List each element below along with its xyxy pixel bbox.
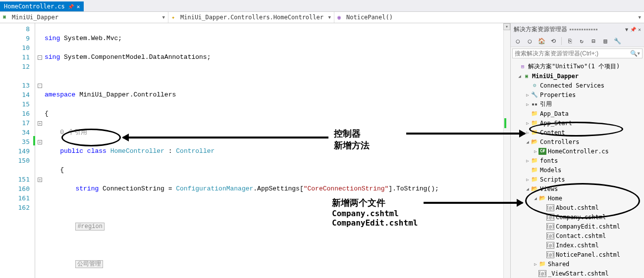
navigation-dropdowns: ▣ MiniUi_Dapper ▼ ✦ MiniUi_Dapper.Contro… <box>0 12 644 23</box>
solution-explorer: 解决方案资源管理器 ▪▪▪▪▪▪▪▪▪▪▪▪ ▼ 📌 ✕ ◯ ◯ 🏠 ⟲ ⎘ ↻… <box>510 23 644 278</box>
chevron-down-icon: ▼ <box>162 15 165 20</box>
fold-toggle[interactable]: - <box>38 55 42 60</box>
expand-icon[interactable]: ▷ <box>525 102 531 107</box>
fold-toggle[interactable]: - <box>38 84 42 88</box>
home-icon[interactable]: 🏠 <box>537 37 545 45</box>
chevron-down-icon: ▼ <box>639 15 641 20</box>
expand-icon[interactable]: ▷ <box>533 262 538 267</box>
member-dropdown[interactable]: ◉ NoticePanel() ▼ <box>334 12 644 23</box>
toggle-icon[interactable]: ⎘ <box>566 37 574 45</box>
method-icon: ◉ <box>337 14 344 21</box>
project-dropdown[interactable]: ▣ MiniUi_Dapper ▼ <box>0 12 168 23</box>
folder-icon: 📁 <box>531 120 538 127</box>
tree-folder-fonts[interactable]: ▷📁fonts <box>511 156 644 165</box>
cshtml-icon: [@] <box>546 214 554 221</box>
showall-icon[interactable]: ▤ <box>601 37 609 45</box>
folder-icon: 📁 <box>531 176 538 183</box>
tab-homecontroller[interactable]: HomeController.cs 📌 ✕ <box>0 1 84 11</box>
csproj-icon: ▣ <box>523 73 531 80</box>
expand-icon[interactable]: ◢ <box>517 74 523 79</box>
cshtml-icon: [@] <box>546 204 554 211</box>
tree-file-noticepanel[interactable]: [@]NoticePanel.cshtml <box>511 250 644 259</box>
tree-file-about[interactable]: [@]About.cshtml <box>511 203 644 212</box>
chevron-down-icon[interactable]: ▼ <box>638 51 640 56</box>
tree-folder-home[interactable]: ◢📂Home <box>511 193 644 203</box>
folder-icon: 📁 <box>531 167 538 174</box>
project-node[interactable]: ◢▣MiniUi_Dapper <box>511 71 644 81</box>
tree-folder-views[interactable]: ◢📂Views <box>511 184 644 193</box>
project-icon: ▣ <box>3 14 10 21</box>
code-editor[interactable]: 8 9 10 11 12 13 14 15 16 17 34 35 149 15… <box>0 23 510 278</box>
fold-toggle[interactable]: + <box>38 140 42 144</box>
tab-title: HomeController.cs <box>4 3 65 10</box>
properties-icon[interactable]: 🔧 <box>613 37 621 45</box>
class-name: MiniUi_Dapper.Controllers.HomeController <box>180 14 323 21</box>
expand-icon[interactable]: ▷ <box>525 121 531 126</box>
tree-folder-models[interactable]: 📁Models <box>511 165 644 175</box>
scroll-split-icon[interactable]: ▾ <box>503 23 510 30</box>
search-input[interactable] <box>515 50 630 57</box>
folder-icon: 📂 <box>531 185 538 192</box>
close-icon[interactable]: ✕ <box>638 27 641 32</box>
expand-icon[interactable]: ◢ <box>533 196 538 201</box>
search-icon[interactable]: 🔍 <box>630 50 638 57</box>
fold-toggle[interactable]: + <box>38 178 42 182</box>
tree-folder-controllers[interactable]: ◢📂Controllers <box>511 137 644 146</box>
document-tabbar: HomeController.cs 📌 ✕ <box>0 0 644 12</box>
cshtml-icon: [@] <box>546 251 554 258</box>
solexp-toolbar: ◯ ◯ 🏠 ⟲ ⎘ ↻ ⊟ ▤ 🔧 <box>511 36 644 47</box>
region-collapsed[interactable]: #region <box>75 223 104 231</box>
sync-icon[interactable]: ⟲ <box>549 37 557 45</box>
line-number-gutter: 8 9 10 11 12 13 14 15 16 17 34 35 149 15… <box>0 23 35 278</box>
code-content[interactable]: sing System.Web.Mvc; sing System.Compone… <box>45 23 510 278</box>
cs-file-icon: C# <box>538 148 546 155</box>
collapse-icon[interactable]: ⊟ <box>590 37 597 45</box>
chevron-down-icon: ▼ <box>328 15 331 20</box>
solexp-titlebar[interactable]: 解决方案资源管理器 ▪▪▪▪▪▪▪▪▪▪▪▪ ▼ 📌 ✕ <box>511 23 644 36</box>
cshtml-icon: [@] <box>538 270 546 277</box>
solution-tree[interactable]: ⊞解决方案"UnitiTwo"(1 个项目) ◢▣MiniUi_Dapper ⚙… <box>511 60 644 278</box>
expand-icon[interactable]: ▷ <box>525 158 531 163</box>
class-dropdown[interactable]: ✦ MiniUi_Dapper.Controllers.HomeControll… <box>168 12 334 23</box>
pin-icon[interactable]: 📌 <box>68 4 74 9</box>
expand-icon[interactable]: ▷ <box>525 130 531 135</box>
tree-file-homecontroller[interactable]: ▷C#HomeController.cs <box>511 146 644 156</box>
refresh-icon[interactable]: ↻ <box>578 37 586 45</box>
tree-folder-shared[interactable]: ▷📁Shared <box>511 259 644 269</box>
cshtml-icon: [@] <box>546 223 554 230</box>
tree-item-references[interactable]: ▷▪▪引用 <box>511 99 644 109</box>
expand-icon[interactable]: ◢ <box>525 186 531 191</box>
tree-file-index[interactable]: [@]Index.cshtml <box>511 240 644 250</box>
references-icon: ▪▪ <box>531 101 538 108</box>
tree-item-connected[interactable]: ⚙Connected Services <box>511 81 644 90</box>
folder-icon: 📁 <box>531 110 538 117</box>
solution-node[interactable]: ⊞解决方案"UnitiTwo"(1 个项目) <box>511 62 644 71</box>
solution-icon: ⊞ <box>519 63 527 70</box>
forward-icon[interactable]: ◯ <box>526 37 534 45</box>
pin-icon[interactable]: 📌 <box>630 27 636 32</box>
tree-folder-content[interactable]: ▷📁Content <box>511 128 644 137</box>
project-name: MiniUi_Dapper <box>12 14 58 21</box>
expand-icon[interactable]: ◢ <box>525 139 531 144</box>
tree-folder-appstart[interactable]: ▷📁App_Start <box>511 118 644 128</box>
tree-file-companyedit[interactable]: [@]CompanyEdit.cshtml <box>511 222 644 231</box>
close-icon[interactable]: ✕ <box>77 3 80 10</box>
tree-file-contact[interactable]: [@]Contact.cshtml <box>511 231 644 240</box>
vertical-scrollbar[interactable] <box>503 30 510 278</box>
tree-file-viewstart[interactable]: [@]_ViewStart.cshtml <box>511 269 644 278</box>
expand-icon[interactable]: ▷ <box>525 93 531 97</box>
fold-toggle[interactable]: + <box>38 121 42 126</box>
connected-icon: ⚙ <box>531 82 538 89</box>
expand-icon[interactable]: ▷ <box>533 149 538 154</box>
dropdown-icon[interactable]: ▼ <box>625 27 628 32</box>
region-collapsed[interactable]: 公司管理 <box>75 260 103 268</box>
tree-item-properties[interactable]: ▷🔧Properties <box>511 90 644 99</box>
expand-icon[interactable]: ▷ <box>525 177 531 182</box>
back-icon[interactable]: ◯ <box>514 37 522 45</box>
tree-file-company[interactable]: [@]Company.cshtml <box>511 212 644 222</box>
wrench-icon: 🔧 <box>531 92 538 98</box>
folder-icon: 📁 <box>538 261 546 268</box>
solexp-search[interactable]: 🔍 ▼ <box>512 48 643 58</box>
tree-folder-scripts[interactable]: ▷📁Scripts <box>511 175 644 184</box>
tree-folder-appdata[interactable]: 📁App_Data <box>511 109 644 118</box>
